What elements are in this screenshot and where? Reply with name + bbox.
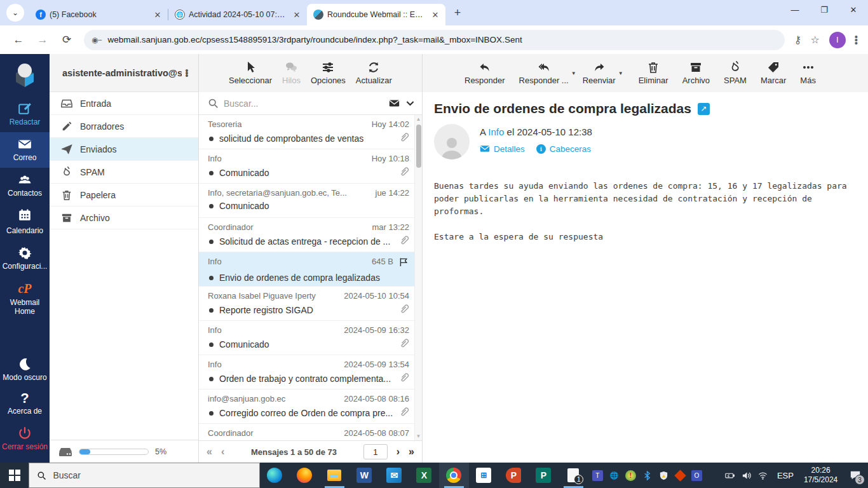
more-button[interactable]: Más (796, 58, 820, 88)
first-page-button[interactable]: « (207, 446, 212, 458)
close-tab-icon[interactable]: ✕ (292, 10, 302, 20)
windows-apps-tray-icon[interactable] (708, 470, 719, 481)
page-input[interactable] (363, 444, 388, 459)
forward-button[interactable]: → (33, 30, 52, 50)
new-tab-button[interactable]: + (449, 4, 466, 21)
site-settings-icon[interactable]: ◉− (92, 36, 101, 44)
taskbar-chrome[interactable] (439, 463, 469, 488)
tab-facebook[interactable]: f (5) Facebook ✕ (29, 4, 168, 25)
folder-entrada[interactable]: Entrada (50, 92, 198, 115)
last-page-button[interactable]: » (409, 446, 414, 458)
mark-button[interactable]: Marcar (757, 58, 790, 88)
back-button[interactable]: ← (9, 30, 28, 50)
open-in-new-window-icon[interactable]: ↗ (698, 103, 710, 115)
message-row[interactable]: Info, secretaria@sanjuan.gob.ec, Te...ju… (199, 184, 414, 218)
taskbar-word[interactable]: W (349, 463, 379, 488)
minimize-button[interactable]: — (780, 0, 810, 19)
browser-profile-avatar[interactable]: I (829, 32, 846, 48)
options-button[interactable]: Opciones (307, 58, 349, 88)
taskbar-edge[interactable] (260, 463, 290, 488)
threads-button[interactable]: Hilos (278, 58, 304, 88)
recipient-link[interactable]: Info (488, 126, 504, 137)
rail-item-configuracion[interactable]: Configuraci... (0, 241, 50, 276)
folder-options-icon[interactable]: ••• (182, 69, 192, 77)
delete-button[interactable]: Eliminar (635, 58, 672, 88)
message-row[interactable]: Coordinadormar 13:22 Solicitud de actas … (199, 218, 414, 252)
taskbar-search-input[interactable] (53, 470, 252, 480)
spam-button[interactable]: SPAM (720, 58, 750, 88)
folder-borradores[interactable]: Borradores (50, 115, 198, 138)
forward-button-mail[interactable]: Reenviar ▼ (579, 58, 620, 88)
teams-tray-icon[interactable]: T (592, 470, 603, 481)
rail-item-redactar[interactable]: Redactar (0, 97, 50, 132)
list-scrollbar[interactable]: ▲ ▼ (414, 115, 422, 440)
language-indicator[interactable]: ESP (772, 463, 799, 488)
taskbar-search[interactable] (29, 463, 260, 488)
password-key-icon[interactable]: ⚷ (794, 34, 802, 46)
battery-icon[interactable] (724, 470, 735, 481)
reply-all-button[interactable]: Responder ... ▼ (515, 58, 573, 88)
close-tab-icon[interactable]: ✕ (430, 10, 440, 20)
close-window-button[interactable]: ✕ (839, 0, 868, 19)
bookmark-star-icon[interactable]: ☆ (810, 34, 819, 46)
address-field[interactable]: ◉− webmail.sanjuan.gob.ec/cpsess15488959… (84, 30, 785, 50)
flag-icon[interactable] (398, 257, 409, 269)
taskbar-explorer[interactable] (320, 463, 349, 488)
reload-button[interactable]: ⟳ (57, 30, 76, 50)
folder-enviados[interactable]: Enviados (50, 138, 198, 161)
restore-button[interactable]: ❐ (810, 0, 839, 19)
dropdown-caret-icon[interactable]: ▼ (571, 71, 576, 76)
message-row[interactable]: Info2024-05-09 13:54 Orden de trabajo y … (199, 355, 414, 390)
archive-button[interactable]: Archivo (679, 58, 714, 88)
dropdown-caret-icon[interactable]: ▼ (618, 71, 623, 76)
scroll-up-icon[interactable]: ▲ (416, 115, 421, 123)
taskbar-clock[interactable]: 20:26 17/5/2024 (799, 463, 843, 488)
taskbar-firefox[interactable] (290, 463, 320, 488)
close-tab-icon[interactable]: ✕ (153, 10, 163, 20)
network-tray-icon[interactable]: 🌐 (609, 470, 620, 481)
rail-item-contactos[interactable]: Contactos (0, 168, 50, 203)
reply-button[interactable]: Responder (461, 58, 509, 88)
bluetooth-icon[interactable] (642, 470, 653, 481)
taskbar-document[interactable]: 1 (559, 463, 588, 488)
tab-search-button[interactable]: ⌄ (6, 4, 24, 22)
rail-item-acerca-de[interactable]: ? Acerca de (0, 387, 50, 421)
taskbar-excel[interactable]: X (409, 463, 439, 488)
browser-menu-icon[interactable]: ••• (855, 35, 858, 44)
details-toggle[interactable]: Detalles (480, 144, 525, 154)
taskbar-mail[interactable]: ✉ (379, 463, 409, 488)
headers-toggle[interactable]: i Cabeceras (536, 144, 591, 154)
prev-page-button[interactable]: ‹ (221, 446, 224, 458)
rail-item-cerrar-sesion[interactable]: Cerrar sesión (0, 421, 50, 457)
volume-icon[interactable] (741, 470, 752, 481)
scrollbar-thumb[interactable] (416, 125, 421, 168)
office-tray-icon[interactable] (674, 470, 686, 481)
scroll-down-icon[interactable]: ▼ (416, 432, 421, 440)
wifi-icon[interactable] (757, 470, 768, 481)
rail-item-webmail-home[interactable]: cP Webmail Home (0, 276, 50, 322)
tab-roundcube-active[interactable]: Roundcube Webmail :: Enviados ✕ (307, 4, 445, 25)
taskbar-powerpoint[interactable]: P (499, 463, 529, 488)
next-page-button[interactable]: › (397, 446, 400, 458)
rail-item-calendario[interactable]: Calendario (0, 203, 50, 241)
message-row[interactable]: Coordinador2024-05-08 08:07 (199, 424, 414, 440)
defender-warning-icon[interactable] (658, 470, 669, 481)
message-row-selected[interactable]: Info645 B Envio de ordenes de compra leg… (199, 252, 414, 287)
capture-tray-icon[interactable]: O (691, 470, 702, 481)
message-row[interactable]: InfoHoy 10:18 Comunicado (199, 149, 414, 184)
folder-archivo[interactable]: Archivo (50, 207, 198, 229)
select-button[interactable]: Seleccionar (225, 58, 276, 88)
rail-item-correo[interactable]: Correo (0, 132, 50, 168)
message-row[interactable]: TesoreriaHoy 14:02 solicitud de comproba… (199, 115, 414, 149)
folder-spam[interactable]: SPAM (50, 161, 198, 184)
rail-item-modo-oscuro[interactable]: Modo oscuro (0, 352, 50, 388)
refresh-button[interactable]: Actualizar (352, 58, 396, 88)
search-input[interactable] (224, 98, 384, 109)
tab-actividad[interactable]: 🌐 Actividad 2024-05-10 07:30:00 ✕ (168, 4, 307, 25)
message-row[interactable]: Info2024-05-09 16:32 Comunicado (199, 321, 414, 355)
taskbar-store[interactable]: ⊞ (469, 463, 499, 488)
start-button[interactable] (0, 463, 29, 488)
antivirus-tray-icon[interactable]: ! (625, 470, 636, 481)
taskbar-publisher[interactable]: P (529, 463, 559, 488)
message-row[interactable]: info@sanjuan.gob.ec2024-05-08 08:16 Corr… (199, 390, 414, 424)
